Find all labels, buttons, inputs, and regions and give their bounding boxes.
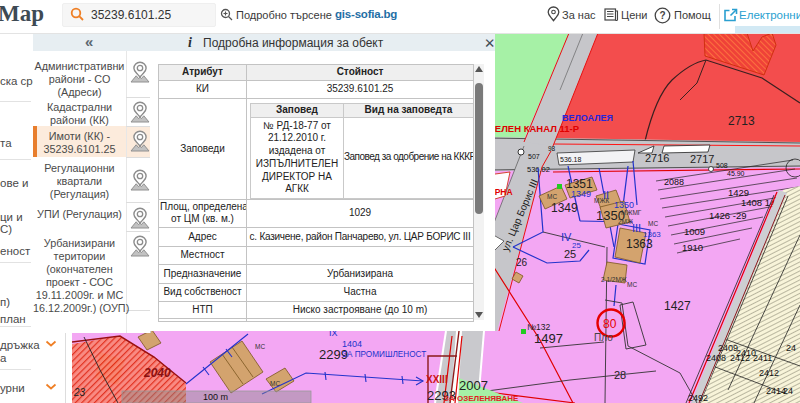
svg-text:1349: 1349 [551,201,578,215]
svg-text:ЗА ПРОМИШЛЕНОСТ: ЗА ПРОМИШЛЕНОСТ [342,350,426,359]
svg-text:1497: 1497 [534,331,563,346]
svg-text:МС: МС [627,281,637,288]
svg-text:536.18: 536.18 [560,156,582,163]
svg-text:ЗА ОЗЕЛЕНЯВАНЕ: ЗА ОЗЕЛЕНЯВАНЕ [444,394,519,403]
svg-text:2717: 2717 [690,153,714,165]
svg-text:508: 508 [716,162,728,169]
svg-text:1429: 1429 [728,187,749,198]
svg-text:2007: 2007 [459,378,488,393]
svg-text:1363: 1363 [626,237,653,251]
svg-text:2412: 2412 [759,368,779,378]
svg-text:1009: 1009 [684,226,705,237]
svg-text:1427: 1427 [664,299,691,313]
svg-text:2412: 2412 [730,353,750,363]
svg-text:1349: 1349 [571,189,591,199]
svg-text:МС: МС [270,380,280,387]
svg-text:100 m: 100 m [203,392,228,402]
svg-text:2МЖ: 2МЖ [618,218,633,225]
svg-text:ТЕЛЕН КАНАЛ 11-Р: ТЕЛЕН КАНАЛ 11-Р [489,123,580,134]
svg-text:IV: IV [561,231,572,243]
svg-text:XXIII: XXIII [426,374,448,385]
svg-text:Пло: Пло [594,332,613,343]
svg-text:ВЕЛОАЛЕЯ: ВЕЛОАЛЕЯ [562,113,613,123]
svg-text:26: 26 [516,257,528,268]
svg-text:45.90: 45.90 [727,170,745,177]
svg-text:1426 -29: 1426 -29 [709,210,747,221]
svg-text:МС: МС [255,343,265,350]
svg-text:2492: 2492 [688,393,708,403]
svg-text:23: 23 [73,387,86,398]
svg-text:2 1/2МЖ: 2 1/2МЖ [601,276,627,283]
svg-text:МС: МС [648,220,658,227]
svg-text:III: III [632,222,641,234]
svg-text:2713: 2713 [728,114,755,128]
svg-text:2040: 2040 [143,366,171,380]
svg-text:2411: 2411 [753,353,772,363]
svg-text:25: 25 [564,248,576,260]
svg-text:МС: МС [547,193,557,200]
svg-text:24: 24 [783,386,793,396]
svg-text:2716: 2716 [645,152,669,164]
svg-text:2408: 2408 [706,353,726,363]
svg-text:80: 80 [603,317,617,331]
svg-text:1910: 1910 [682,242,703,253]
svg-text:24: 24 [786,343,796,353]
svg-text:МЖМГ: МЖМГ [621,209,642,216]
svg-text:МЖК: МЖК [594,197,609,204]
svg-text:?: ? [659,10,665,21]
svg-text:98: 98 [548,145,556,152]
svg-text:507: 507 [528,153,540,160]
